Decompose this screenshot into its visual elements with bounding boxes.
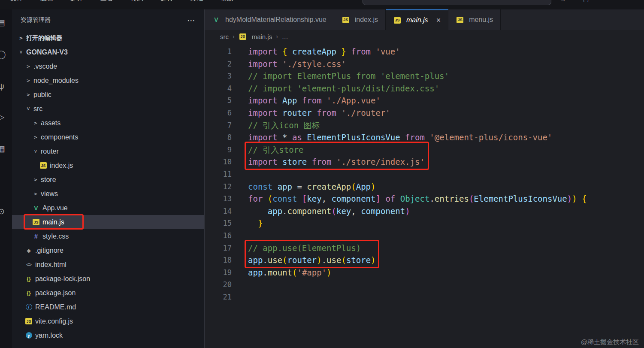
chevron-down-icon: > — [25, 105, 32, 113]
menu-item[interactable]: 文件 — [10, 0, 23, 3]
chevron-right-icon: > — [32, 191, 39, 197]
tree-item-readme.md[interactable]: iREADME.md — [12, 300, 204, 314]
token-kw: import — [248, 133, 282, 142]
tree-item-label: index.html — [35, 261, 67, 269]
account-icon[interactable]: ⊙ — [0, 206, 7, 217]
json-file-icon: {} — [24, 290, 33, 296]
tree-item-main.js[interactable]: JSmain.js — [12, 215, 204, 229]
tree-item-yarn.lock[interactable]: yyarn.lock — [12, 328, 204, 342]
tree-item-package.json[interactable]: {}package.json — [12, 286, 204, 300]
tree-item-store[interactable]: >store — [12, 172, 204, 187]
css-glyph: # — [34, 233, 38, 240]
code-line-text — [232, 168, 248, 181]
token-kw: as — [292, 133, 302, 142]
menu-item[interactable]: 选择 — [70, 0, 83, 3]
code-line-text: app.mount('#app') — [232, 266, 332, 279]
menu-item[interactable]: 帮助 — [221, 0, 233, 3]
line-number: 6 — [205, 107, 232, 119]
search-icon[interactable]: ◯ — [0, 49, 7, 60]
tree-item-label: GONGAN-V3 — [26, 48, 68, 56]
breadcrumb-item[interactable]: src — [220, 33, 229, 40]
tree-item-src[interactable]: >src — [12, 102, 204, 116]
code-line-8: 8import * as ElementPlusIconsVue from '@… — [205, 131, 644, 144]
token-kw: from — [317, 108, 336, 118]
code-line-15: 15 } — [205, 217, 644, 230]
line-number: 19 — [205, 266, 232, 279]
token-b1: { — [282, 47, 292, 56]
line-number: 10 — [205, 156, 232, 168]
token-pln — [248, 206, 268, 216]
breadcrumb-item[interactable]: main.js — [252, 33, 272, 40]
tree-item-style.css[interactable]: #style.css — [12, 229, 204, 243]
tab-menu.js[interactable]: JSmenu.js — [448, 9, 501, 30]
vue-glyph: V — [214, 16, 218, 23]
tree-item-views[interactable]: >views — [12, 187, 204, 201]
tree-item-index.js[interactable]: JSindex.js — [12, 158, 204, 172]
title-bar: 文件编辑选择查看转到运行终端帮助 → ▢ — [0, 0, 644, 9]
token-var: app — [248, 268, 263, 277]
tree-item-app.vue[interactable]: VApp.vue — [12, 201, 204, 215]
code-line-text: // app.use(ElementPlus) — [232, 242, 361, 254]
tree-item-.vscode[interactable]: >.vscode — [12, 59, 204, 73]
tree-item-label: main.js — [42, 218, 64, 226]
token-kw2: const — [272, 194, 302, 203]
run-debug-icon[interactable]: ▷ — [0, 112, 7, 123]
menu-item[interactable]: 终端 — [190, 0, 203, 3]
tab-bar: VhdyMoldMaterialRelationship.vueJSindex.… — [205, 9, 644, 30]
token-b1: ) — [572, 194, 577, 203]
code-line-text: for (const [key, component] of Object.en… — [232, 193, 587, 205]
tab-main.js[interactable]: JSmain.js× — [386, 9, 448, 30]
token-kw: import — [248, 96, 282, 105]
token-kw: import — [248, 157, 282, 166]
token-b1: { — [582, 194, 587, 203]
menu-item[interactable]: 运行 — [160, 0, 173, 3]
tab-label: hdyMoldMaterialRelationship.vue — [225, 16, 327, 24]
tree-item-router[interactable]: >router — [12, 144, 204, 158]
tab-label: main.js — [406, 16, 428, 24]
tree-item-assets[interactable]: >assets — [12, 116, 204, 130]
extensions-icon[interactable]: ▦ — [0, 143, 7, 154]
explorer-icon[interactable]: ▤ — [0, 17, 7, 28]
close-icon[interactable]: × — [436, 16, 441, 24]
token-pln — [332, 157, 336, 166]
code-editor[interactable]: 1import { createApp } from 'vue'2import … — [205, 43, 644, 303]
tree-item-label: store — [41, 176, 56, 184]
breadcrumb-item[interactable]: … — [282, 33, 288, 40]
token-var: component — [361, 206, 405, 216]
tab-index.js[interactable]: JSindex.js — [334, 9, 386, 30]
code-line-3: 3// import ElementPlus from 'element-plu… — [205, 70, 644, 82]
tree-item-public[interactable]: >public — [12, 88, 204, 102]
tree-item-.gitignore[interactable]: ◆.gitignore — [12, 243, 204, 257]
token-com: // 引入icon 图标 — [248, 121, 320, 130]
tree-item-package-lock.json[interactable]: {}package-lock.json — [12, 272, 204, 286]
token-var: router — [287, 255, 317, 265]
menu-item[interactable]: 查看 — [100, 0, 113, 3]
line-number: 4 — [205, 82, 232, 95]
tree-item-components[interactable]: >components — [12, 130, 204, 144]
command-search-box[interactable] — [363, 0, 551, 5]
tree-item-gongan-v3[interactable]: >GONGAN-V3 — [12, 45, 204, 59]
chevron-right-icon: > — [32, 120, 39, 126]
token-com: // import 'element-plus/dist/index.css' — [248, 84, 439, 93]
token-pln: . — [429, 194, 434, 203]
token-pln — [400, 133, 405, 142]
code-line-text: app.use(router).use(store) — [232, 254, 376, 266]
tab-hdymoldmaterialrelationship.vue[interactable]: VhdyMoldMaterialRelationship.vue — [205, 9, 334, 30]
line-number: 12 — [205, 181, 232, 193]
code-line-text: const app = createApp(App) — [232, 181, 375, 193]
tree-item-nodemodules[interactable]: >node_modules — [12, 73, 204, 88]
token-b2: ( — [469, 194, 474, 203]
source-control-icon[interactable]: ψ — [0, 81, 7, 92]
tree-item-vite.config.js[interactable]: JSvite.config.js — [12, 314, 204, 328]
tree-item-[interactable]: >打开的编辑器 — [12, 31, 204, 45]
explorer-header: 资源管理器 ⋯ — [12, 9, 204, 31]
js-glyph: JS — [342, 17, 349, 23]
tree-item-index.html[interactable]: <>index.html — [12, 257, 204, 272]
explorer-more-actions-icon[interactable]: ⋯ — [187, 15, 196, 25]
menu-item[interactable]: 编辑 — [40, 0, 53, 3]
json-glyph: {} — [27, 290, 30, 296]
code-line-text: import router from './router' — [232, 107, 390, 119]
code-line-19: 19app.mount('#app') — [205, 266, 644, 279]
menu-item[interactable]: 转到 — [130, 0, 143, 3]
token-kw: from — [405, 133, 425, 142]
